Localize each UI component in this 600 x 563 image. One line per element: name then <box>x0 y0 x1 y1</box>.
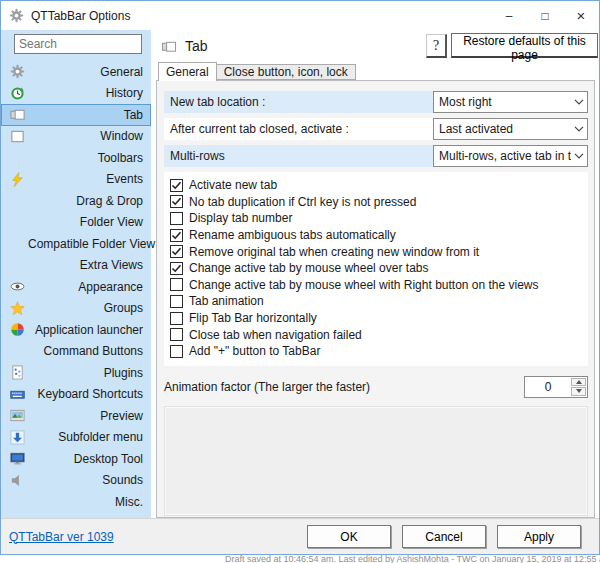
tab-close-button-icon-lock[interactable]: Close button, icon, lock <box>216 64 356 80</box>
icon-spacer <box>10 215 28 230</box>
checkbox-label: Change active tab by mouse wheel with Ri… <box>189 278 539 292</box>
sidebar-item-events[interactable]: Events <box>1 169 151 191</box>
cancel-button[interactable]: Cancel <box>402 525 486 548</box>
form-label: New tab location : <box>164 91 433 113</box>
checkbox-unchecked-icon[interactable] <box>170 278 183 291</box>
history-icon <box>10 86 28 101</box>
sidebar-item-label: Compatible Folder View <box>28 237 155 251</box>
sidebar-item-keyboard-shortcuts[interactable]: Keyboard Shortcuts <box>1 384 151 406</box>
animation-factor-label: Animation factor (The larger the faster) <box>164 380 524 394</box>
arrow-up-icon <box>576 380 582 384</box>
checkbox-row-display-tab-number[interactable]: Display tab number <box>170 210 584 227</box>
sidebar-item-label: Desktop Tool <box>28 452 143 466</box>
sidebar-item-label: Drag & Drop <box>28 194 143 208</box>
sidebar-item-misc[interactable]: Misc. <box>1 491 151 513</box>
sidebar-item-application-launcher[interactable]: Application launcher <box>1 319 151 341</box>
sidebar-item-compatible-folder-view[interactable]: Compatible Folder View <box>1 233 151 255</box>
options-dialog: QTTabBar Options – □ × GeneralHistoryTab… <box>0 0 600 555</box>
checkbox-row-flip-tab-bar-horizontally[interactable]: Flip Tab Bar horizontally <box>170 310 584 327</box>
sidebar-item-groups[interactable]: Groups <box>1 298 151 320</box>
sidebar-item-tab[interactable]: Tab <box>1 104 151 126</box>
checkbox-label: Flip Tab Bar horizontally <box>189 311 317 325</box>
subfolder-icon <box>10 430 28 445</box>
checkbox-checked-icon[interactable] <box>170 195 183 208</box>
sidebar-item-label: Tab <box>28 108 143 122</box>
checkbox-row-add-button-to-tabbar[interactable]: Add "+" button to TabBar <box>170 343 584 360</box>
sidebar-item-appearance[interactable]: Appearance <box>1 276 151 298</box>
help-button[interactable]: ? <box>426 34 447 58</box>
combo-after-current-tab-closed-activate[interactable]: Last activated <box>433 118 588 140</box>
empty-panel <box>164 406 588 516</box>
sidebar-nav: GeneralHistoryTabWindowToolbarsEventsDra… <box>1 61 151 513</box>
page-header: Tab ? Restore defaults of this page <box>151 30 599 63</box>
checkbox-unchecked-icon[interactable] <box>170 345 183 358</box>
sidebar-item-label: Subfolder menu <box>28 430 143 444</box>
speaker-icon <box>10 473 28 488</box>
icon-spacer <box>10 494 28 509</box>
sidebar-item-label: Events <box>28 172 143 186</box>
checkbox-label: Rename ambiguous tabs automatically <box>189 228 396 242</box>
checkbox-row-remove-original-tab-when-creating-new-window-from-it[interactable]: Remove original tab when creating new wi… <box>170 243 584 260</box>
tab-page-general: New tab location :Most rightAfter curren… <box>156 80 595 518</box>
tab-general[interactable]: General <box>158 62 217 81</box>
sidebar-item-label: Plugins <box>28 366 143 380</box>
checkbox-row-tab-animation[interactable]: Tab animation <box>170 293 584 310</box>
sidebar-item-drag-drop[interactable]: Drag & Drop <box>1 190 151 212</box>
maximize-button[interactable]: □ <box>527 1 563 30</box>
animation-factor-input[interactable]: 0 <box>524 376 588 398</box>
checkbox-checked-icon[interactable] <box>170 179 183 192</box>
ok-button[interactable]: OK <box>307 525 391 548</box>
checkbox-row-close-tab-when-navigation-failed[interactable]: Close tab when navigation failed <box>170 326 584 343</box>
combo-multi-rows[interactable]: Multi-rows, active tab in the bottom row <box>433 145 588 167</box>
sidebar-item-toolbars[interactable]: Toolbars <box>1 147 151 169</box>
combo-new-tab-location[interactable]: Most right <box>433 91 588 113</box>
search-input[interactable] <box>14 34 142 54</box>
sidebar-item-sounds[interactable]: Sounds <box>1 470 151 492</box>
spin-down-button[interactable] <box>571 387 586 396</box>
sidebar-item-history[interactable]: History <box>1 83 151 105</box>
animation-factor-value[interactable]: 0 <box>525 377 571 397</box>
apply-button[interactable]: Apply <box>497 525 581 548</box>
checkbox-unchecked-icon[interactable] <box>170 212 183 225</box>
sidebar-item-label: Preview <box>28 409 143 423</box>
sidebar-item-folder-view[interactable]: Folder View <box>1 212 151 234</box>
spin-up-button[interactable] <box>571 378 586 387</box>
close-button[interactable]: × <box>563 1 599 30</box>
checkbox-checked-icon[interactable] <box>170 262 183 275</box>
checkbox-row-rename-ambiguous-tabs-automatically[interactable]: Rename ambiguous tabs automatically <box>170 227 584 244</box>
form-row-multi-rows: Multi-rowsMulti-rows, active tab in the … <box>164 145 588 167</box>
sidebar-item-label: Misc. <box>28 495 143 509</box>
checkbox-unchecked-icon[interactable] <box>170 312 183 325</box>
sidebar-item-desktop-tool[interactable]: Desktop Tool <box>1 448 151 470</box>
minimize-button[interactable]: – <box>491 1 527 30</box>
checkbox-label: Add "+" button to TabBar <box>189 344 320 358</box>
checkbox-unchecked-icon[interactable] <box>170 328 183 341</box>
sidebar-item-command-buttons[interactable]: Command Buttons <box>1 341 151 363</box>
lightning-icon <box>10 172 28 187</box>
checkbox-unchecked-icon[interactable] <box>170 295 183 308</box>
restore-defaults-button[interactable]: Restore defaults of this page <box>451 33 598 58</box>
checkbox-row-change-active-tab-by-mouse-wheel-with-right-button-on-the-views[interactable]: Change active tab by mouse wheel with Ri… <box>170 277 584 294</box>
sidebar-item-general[interactable]: General <box>1 61 151 83</box>
checkbox-row-change-active-tab-by-mouse-wheel-over-tabs[interactable]: Change active tab by mouse wheel over ta… <box>170 260 584 277</box>
checkbox-row-activate-new-tab[interactable]: Activate new tab <box>170 177 584 194</box>
tab-strip: GeneralClose button, icon, lock <box>158 62 356 81</box>
sidebar-item-plugins[interactable]: Plugins <box>1 362 151 384</box>
checkbox-label: Display tab number <box>189 211 292 225</box>
background-page-text: Draft saved at 10:46:54 am. Last edited … <box>225 555 600 563</box>
chevron-down-icon <box>571 153 587 159</box>
combo-value: Multi-rows, active tab in the bottom row <box>434 149 571 163</box>
checkbox-checked-icon[interactable] <box>170 229 183 242</box>
checkbox-row-no-tab-duplication-if-ctrl-key-is-not-pressed[interactable]: No tab duplication if Ctrl key is not pr… <box>170 194 584 211</box>
sidebar-item-window[interactable]: Window <box>1 126 151 148</box>
sidebar-item-extra-views[interactable]: Extra Views <box>1 255 151 277</box>
eye-icon <box>10 279 28 294</box>
sidebar-item-label: Keyboard Shortcuts <box>28 387 143 401</box>
tab-icon <box>10 107 28 122</box>
version-link[interactable]: QTTabBar ver 1039 <box>9 530 114 544</box>
checkbox-checked-icon[interactable] <box>170 245 183 258</box>
sidebar-item-subfolder-menu[interactable]: Subfolder menu <box>1 427 151 449</box>
launcher-icon <box>10 322 28 337</box>
sidebar-item-preview[interactable]: Preview <box>1 405 151 427</box>
window-title: QTTabBar Options <box>31 9 130 23</box>
